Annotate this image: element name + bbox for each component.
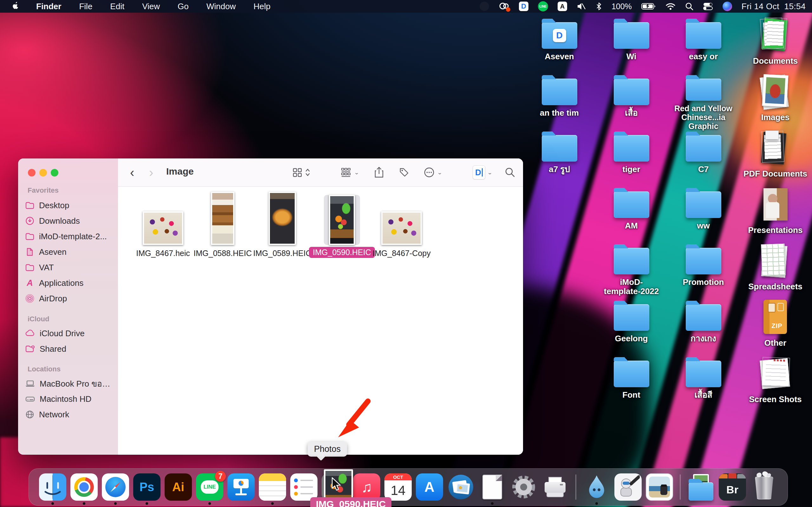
file-img-0590-selected[interactable]: IMG_0590.HEIC [312, 195, 372, 258]
apple-menu[interactable] [9, 0, 27, 13]
share-button[interactable] [374, 165, 385, 180]
desktop-icon-red-yellow-graphic[interactable]: Red and Yellow Chinese...ia Graphic [667, 74, 740, 130]
finder-window: Favorites Desktop Downloads iMoD-templat… [18, 158, 523, 455]
dock-photoshop[interactable]: Ps [133, 473, 160, 501]
view-mode-button[interactable] [292, 165, 310, 180]
sidebar-item-macintosh-hd[interactable]: Macintosh HD [25, 392, 111, 406]
dock-libreoffice[interactable] [478, 473, 506, 501]
dock-adobe-bridge[interactable]: Br [719, 473, 746, 501]
file-img-0589[interactable]: IMG_0589.HEIC [252, 195, 312, 258]
dock-line[interactable]: LINE 7 [196, 473, 223, 501]
desktop-icon-images[interactable]: Images [740, 74, 811, 130]
file-img-0588[interactable]: IMG_0588.HEIC [193, 195, 252, 258]
forward-button[interactable]: › [149, 165, 153, 179]
dock-app-store[interactable]: A [416, 473, 443, 501]
desktop-icon-colored-shirt[interactable]: เสื้อสี [667, 356, 740, 412]
file-img-8467[interactable]: IMG_8467.heic [133, 195, 193, 258]
dock-illustrator[interactable]: Ai [165, 473, 192, 501]
desktop-icon-a7[interactable]: a7 รูป [523, 130, 595, 187]
menu-file[interactable]: File [70, 0, 101, 13]
dock-reminders[interactable] [290, 473, 317, 501]
desktop-icon-am[interactable]: AM [595, 187, 667, 243]
sidebar-item-airdrop[interactable]: AirDrop [25, 291, 111, 305]
desktop-icon-imod-template[interactable]: iMoD-template-2022 [595, 243, 667, 300]
dock-chrome[interactable] [70, 473, 98, 501]
desktop-icon-tiger[interactable]: tiger [595, 130, 667, 187]
desktop-icon-spreadsheets[interactable]: Spreadsheets [740, 243, 811, 300]
dark-app-icon[interactable] [479, 2, 489, 11]
documents-app-icon[interactable]: D [519, 2, 528, 11]
file-thumbnail [269, 192, 296, 245]
siri-icon[interactable] [722, 2, 732, 11]
desktop-icon-an-the-tim[interactable]: an the tim [523, 74, 595, 130]
menu-finder[interactable]: Finder [27, 0, 70, 13]
dock-trash[interactable] [750, 473, 777, 501]
dock-music[interactable]: ♫ [353, 473, 380, 501]
wifi-icon[interactable] [665, 3, 676, 10]
menu-view[interactable]: View [133, 0, 169, 13]
running-indicator [83, 502, 85, 505]
menu-go[interactable]: Go [169, 0, 198, 13]
desktop-icon-aseven[interactable]: D Aseven [523, 18, 595, 74]
running-indicator [146, 502, 148, 505]
sidebar-item-applications[interactable]: A Applications [25, 276, 111, 290]
desktop-icon-other-zip[interactable]: ZIP Other [740, 300, 811, 356]
sidebar-item-network[interactable]: Network [25, 407, 111, 421]
sidebar-item-shared[interactable]: Shared [25, 342, 111, 356]
sidebar-item-imod-template[interactable]: iMoD-template-2... [25, 229, 111, 243]
dock-preview-document[interactable] [646, 473, 673, 501]
menu-bar-clock[interactable]: Fri 14 Oct 15:54 [742, 2, 806, 11]
zoom-button[interactable] [51, 169, 58, 176]
sidebar-item-vat[interactable]: VAT [25, 261, 111, 274]
close-button[interactable] [28, 169, 36, 176]
desktop-icon-wi[interactable]: Wi [595, 18, 667, 74]
creative-cloud-icon[interactable] [499, 2, 509, 11]
dock-photo-viewer[interactable] [447, 473, 474, 501]
dock-keynote[interactable] [227, 473, 255, 501]
sidebar-item-downloads[interactable]: Downloads [25, 214, 111, 228]
desktop-icon-geelong[interactable]: Geelong [595, 300, 667, 356]
dock-finder[interactable] [39, 473, 66, 501]
desktop-icon-trousers[interactable]: กางเกง [667, 300, 740, 356]
sidebar-item-macbook-pro[interactable]: MacBook Pro ของ... [25, 377, 111, 390]
documents-extension-button[interactable]: D ⌄ [473, 165, 493, 180]
control-center-icon[interactable] [703, 2, 713, 10]
dock-safari[interactable] [102, 473, 129, 501]
desktop-icon-promotion[interactable]: Promotion [667, 243, 740, 300]
dock-drop-app[interactable] [583, 473, 610, 501]
dock-system-settings[interactable] [510, 473, 537, 501]
sidebar-item-desktop[interactable]: Desktop [25, 199, 111, 212]
dock-downloads-folder[interactable] [687, 473, 715, 501]
input-source-icon[interactable]: A [558, 2, 567, 11]
menu-edit[interactable]: Edit [101, 0, 133, 13]
desktop-icon-easy-or[interactable]: easy or [667, 18, 740, 74]
line-status-icon[interactable]: LINE [538, 1, 548, 11]
running-indicator [491, 502, 494, 505]
dock-calendar[interactable]: OCT 14 [385, 473, 412, 501]
spotlight-icon[interactable] [685, 2, 693, 10]
dock-notes[interactable] [259, 473, 286, 501]
sidebar-item-aseven[interactable]: Aseven [25, 245, 111, 259]
desktop-icon-pdf-documents[interactable]: PDF Documents [740, 130, 811, 187]
minimize-button[interactable] [39, 169, 47, 176]
desktop-icon-shirt-folder[interactable]: เสื้อ [595, 74, 667, 130]
sidebar-item-icloud-drive[interactable]: iCloud Drive [25, 326, 111, 340]
search-button[interactable] [504, 165, 516, 180]
desktop-icon-screen-shots[interactable]: Screen Shots [740, 356, 811, 412]
desktop-icon-font[interactable]: Font [595, 356, 667, 412]
desktop-icon-ww[interactable]: ww [667, 187, 740, 243]
dock-printer[interactable] [542, 473, 569, 501]
volume-muted-icon[interactable] [577, 2, 586, 10]
desktop-icon-c7[interactable]: C7 [667, 130, 740, 187]
desktop-icon-presentations[interactable]: Presentations [740, 187, 811, 243]
menu-help[interactable]: Help [245, 0, 279, 13]
desktop-icon-documents[interactable]: Documents [740, 18, 811, 74]
dock-automator[interactable] [614, 473, 642, 501]
tags-button[interactable] [398, 165, 410, 180]
menu-window[interactable]: Window [198, 0, 245, 13]
group-by-button[interactable]: ⌄ [340, 165, 359, 180]
bluetooth-icon[interactable] [596, 2, 602, 11]
back-button[interactable]: ‹ [130, 165, 134, 179]
more-actions-button[interactable]: ⌄ [423, 165, 443, 180]
file-img-8467-copy[interactable]: IMG_8467-Copy [372, 195, 432, 258]
